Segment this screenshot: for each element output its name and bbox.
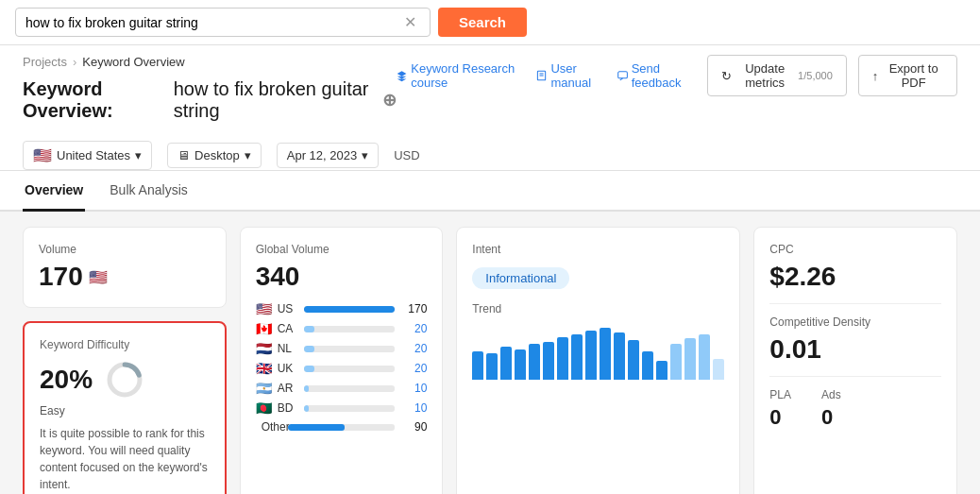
bar-track <box>288 424 396 431</box>
ads-value: 0 <box>821 405 841 430</box>
global-volume-card: Global Volume 340 🇺🇸US170🇨🇦CA20🇳🇱NL20🇬🇧U… <box>240 227 444 494</box>
ads-item: Ads 0 <box>821 388 841 430</box>
update-badge: 1/5,000 <box>798 70 833 81</box>
country-code: US <box>278 302 298 315</box>
country-row: 🇳🇱NL20 <box>256 341 428 356</box>
kd-value-row: 20% <box>40 359 210 400</box>
country-row: 🇧🇩BD10 <box>256 400 428 416</box>
intent-badge: Informational <box>472 267 569 289</box>
country-list: 🇺🇸US170🇨🇦CA20🇳🇱NL20🇬🇧UK20🇦🇷AR10🇧🇩BD10Oth… <box>256 301 428 434</box>
export-button[interactable]: ↑ Export to PDF <box>858 55 957 96</box>
trend-bar <box>571 334 583 380</box>
trend-bar <box>670 344 682 380</box>
divider-1 <box>769 303 941 304</box>
country-row: 🇨🇦CA20 <box>256 321 428 336</box>
graduation-icon <box>397 69 407 82</box>
trend-bar <box>713 359 724 380</box>
cd-value: 0.01 <box>769 334 941 365</box>
country-code: AR <box>278 382 298 395</box>
device-filter[interactable]: 🖥 Desktop ▾ <box>167 143 262 168</box>
country-volume: 20 <box>400 322 427 335</box>
volume-flag: 🇺🇸 <box>89 268 108 286</box>
course-link[interactable]: Keyword Research course <box>397 61 525 90</box>
update-metrics-label: Update metrics <box>737 61 792 90</box>
trend-bar <box>529 344 540 380</box>
currency-label: USD <box>394 148 419 162</box>
trend-bar <box>656 361 667 380</box>
trend-bar <box>699 334 710 380</box>
search-input[interactable] <box>25 15 404 30</box>
search-button[interactable]: Search <box>438 8 527 37</box>
export-label: Export to PDF <box>884 61 943 90</box>
col-1: Volume 170 🇺🇸 Keyword Difficulty 20% Eas… <box>23 227 227 494</box>
bar-fill <box>304 306 396 313</box>
country-volume: 20 <box>400 342 427 355</box>
country-filter[interactable]: 🇺🇸 United States ▾ <box>23 141 152 170</box>
bar-fill <box>304 405 310 412</box>
trend-chart <box>472 323 724 380</box>
breadcrumb-sep: › <box>73 55 76 69</box>
bar-fill <box>304 326 315 332</box>
country-code: UK <box>278 362 298 375</box>
chevron-down-icon: ▾ <box>135 148 142 162</box>
clear-icon[interactable]: ✕ <box>404 13 416 31</box>
nav-actions: Keyword Research course User manual Send… <box>397 55 957 96</box>
page-title-label: Keyword Overview: <box>23 78 166 122</box>
add-keyword-icon[interactable]: ⊕ <box>382 90 397 111</box>
chevron-down-icon: ▾ <box>362 148 368 162</box>
country-code: Other <box>262 420 282 434</box>
search-bar: ✕ Search <box>0 0 980 45</box>
nav-section: Projects › Keyword Overview Keyword Over… <box>0 45 980 171</box>
country-flag: 🇧🇩 <box>256 400 272 416</box>
breadcrumb-current: Keyword Overview <box>82 55 184 69</box>
page-title-row: Keyword Overview: how to fix broken guit… <box>23 78 397 122</box>
tab-bulk-analysis[interactable]: Bulk Analysis <box>108 171 189 212</box>
breadcrumb-parent[interactable]: Projects <box>23 55 67 69</box>
breadcrumb: Projects › Keyword Overview <box>23 55 397 69</box>
manual-link-label: User manual <box>550 61 605 90</box>
kd-label: Keyword Difficulty <box>40 338 210 351</box>
trend-bar <box>585 331 597 380</box>
country-row: 🇺🇸US170 <box>256 301 428 316</box>
trend-bar <box>642 351 653 380</box>
pla-ads-row: PLA 0 Ads 0 <box>769 388 941 430</box>
bar-track <box>304 346 396 352</box>
desktop-icon: 🖥 <box>177 148 190 162</box>
date-filter[interactable]: Apr 12, 2023 ▾ <box>277 143 379 168</box>
feedback-link[interactable]: Send feedback <box>617 61 697 90</box>
feedback-link-label: Send feedback <box>632 61 697 90</box>
cpc-card: CPC $2.26 Competitive Density 0.01 PLA 0… <box>753 227 957 494</box>
trend-bar <box>684 338 696 380</box>
search-input-wrap: ✕ <box>15 8 431 37</box>
ads-label: Ads <box>821 388 841 401</box>
feedback-icon <box>617 69 628 82</box>
export-icon: ↑ <box>872 69 879 83</box>
date-label: Apr 12, 2023 <box>287 148 357 162</box>
trend-label: Trend <box>472 302 724 315</box>
cpc-value: $2.26 <box>769 262 941 292</box>
country-flag: 🇨🇦 <box>256 321 272 336</box>
trend-bar <box>486 353 498 380</box>
keyword-difficulty-card: Keyword Difficulty 20% Easy It is quite … <box>23 321 227 494</box>
country-flag: 🇦🇷 <box>256 381 272 396</box>
bar-track <box>304 366 396 372</box>
global-volume-label: Global Volume <box>256 243 428 256</box>
intent-trend-card: Intent Informational Trend <box>456 227 740 494</box>
course-link-label: Keyword Research course <box>411 61 525 90</box>
country-flag: 🇺🇸 <box>33 146 52 164</box>
filters-row: 🇺🇸 United States ▾ 🖥 Desktop ▾ Apr 12, 2… <box>23 133 957 170</box>
tab-overview[interactable]: Overview <box>23 171 85 212</box>
country-code: CA <box>278 322 298 335</box>
trend-bar <box>600 328 611 380</box>
intent-label: Intent <box>472 243 724 256</box>
bar-fill <box>304 346 315 352</box>
bar-track <box>304 306 396 313</box>
kd-description: It is quite possible to rank for this ke… <box>40 425 210 493</box>
update-metrics-button[interactable]: ↻ Update metrics 1/5,000 <box>707 55 847 96</box>
country-volume: 10 <box>400 401 427 415</box>
svg-rect-3 <box>617 72 627 78</box>
volume-label: Volume <box>39 243 211 256</box>
refresh-icon: ↻ <box>721 69 732 83</box>
manual-link[interactable]: User manual <box>536 61 605 90</box>
volume-card: Volume 170 🇺🇸 <box>23 227 227 308</box>
